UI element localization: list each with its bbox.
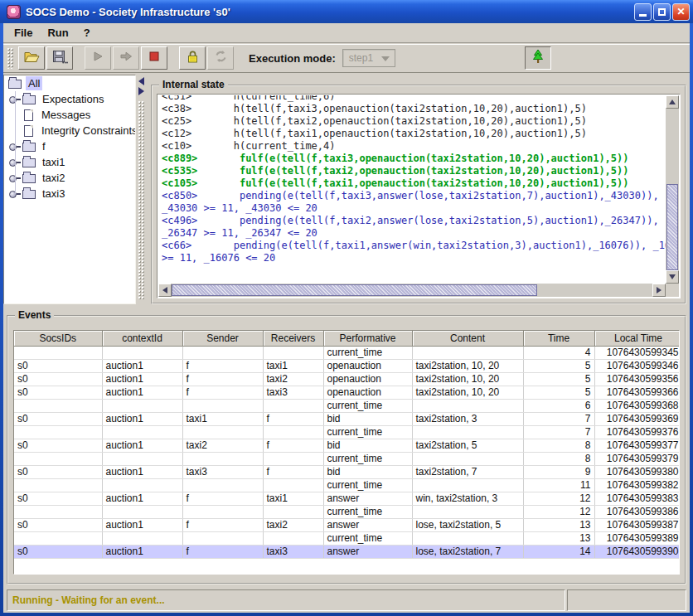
maximize-button[interactable]	[653, 3, 671, 21]
table-cell: 1076430599379	[594, 452, 680, 465]
expand-right-icon[interactable]	[138, 87, 144, 95]
vertical-scrollbar-thumb[interactable]	[666, 184, 678, 270]
horizontal-scrollbar-thumb[interactable]	[172, 284, 537, 296]
table-cell: 1076430599366	[594, 386, 680, 399]
table-cell: f	[182, 386, 263, 399]
table-row[interactable]: s0auction1ftaxi3answerlose, taxi2station…	[14, 545, 680, 558]
table-cell: 1076430599356	[594, 372, 680, 386]
menu-item-run[interactable]: Run	[40, 24, 75, 41]
table-cell	[263, 346, 323, 359]
society-tree-button[interactable]	[525, 46, 551, 70]
save-button[interactable]	[46, 46, 73, 70]
scroll-left-button[interactable]	[158, 284, 172, 297]
tree-item-taxi3[interactable]: taxi3	[4, 186, 135, 201]
table-row[interactable]: current_time111076430599382	[14, 478, 680, 492]
table-row[interactable]: s0auction1taxi1fbidtaxi2station, 3710764…	[14, 412, 680, 425]
tree-item-integrity-constraints[interactable]: Integrity Constraints	[4, 123, 135, 138]
tree-item-expectations[interactable]: Expectations	[4, 91, 135, 107]
lock-button[interactable]	[179, 46, 206, 70]
split-divider[interactable]	[136, 75, 146, 304]
table-row[interactable]: current_time41076430599345	[14, 346, 680, 359]
table-cell	[263, 478, 323, 492]
table-row[interactable]: current_time121076430599386	[14, 505, 680, 518]
table-cell: s0	[14, 412, 102, 425]
column-header-performative[interactable]: Performative	[323, 331, 412, 346]
column-header-sender[interactable]: Sender	[182, 331, 263, 346]
internal-state-line: <c66> pending(e(tell(f,taxi1,answer(win,…	[162, 240, 666, 252]
scroll-right-button[interactable]	[652, 284, 666, 297]
table-cell: 6	[523, 399, 594, 412]
table-cell: current_time	[323, 425, 412, 439]
scroll-up-button[interactable]	[666, 95, 679, 109]
table-row[interactable]: s0auction1ftaxi3openauctiontaxi2station,…	[14, 386, 680, 399]
vertical-scrollbar[interactable]	[666, 95, 679, 284]
tree-icon	[531, 49, 545, 67]
open-button[interactable]	[18, 46, 45, 70]
status-text: Running - Waiting for an event...	[12, 594, 165, 606]
horizontal-scrollbar[interactable]	[158, 284, 666, 297]
internal-state-line: _26347 >= 11, _26347 <= 20	[162, 227, 666, 240]
internal-state-title: Internal state	[159, 79, 228, 90]
stop-button[interactable]	[141, 46, 167, 70]
tree-item-all[interactable]: All	[4, 75, 135, 91]
table-row[interactable]: s0auction1taxi2fbidtaxi2station, 5810764…	[14, 439, 680, 452]
table-cell: taxi1	[263, 492, 323, 505]
internal-state-text[interactable]: <c51> h(current_time,6)<c38> h(tell(f,ta…	[158, 95, 666, 284]
column-header-contextid[interactable]: contextId	[102, 331, 182, 346]
collapse-left-icon[interactable]	[138, 77, 144, 85]
table-cell: answer	[323, 545, 412, 558]
table-cell: taxi2	[182, 439, 263, 452]
scroll-down-button[interactable]	[666, 270, 679, 284]
table-cell	[263, 452, 323, 465]
table-row[interactable]: s0auction1ftaxi2answerlose, taxi2station…	[14, 518, 680, 531]
table-cell	[102, 346, 182, 359]
tree-item-taxi2[interactable]: taxi2	[4, 170, 135, 186]
table-cell	[263, 399, 323, 412]
menu-item-file[interactable]: File	[7, 24, 40, 41]
society-tree: AllExpectationsMessagesIntegrity Constra…	[3, 75, 136, 304]
tree-item-f[interactable]: f	[4, 138, 135, 154]
save-icon	[52, 50, 68, 67]
internal-state-line: <c889> fulf(e(tell(f,taxi3,openauction(t…	[162, 153, 666, 165]
tree-item-label: taxi2	[40, 171, 67, 185]
tree-item-label: Expectations	[40, 92, 106, 106]
column-header-receivers[interactable]: Receivers	[263, 331, 323, 346]
table-row[interactable]: s0auction1ftaxi1openauctiontaxi2station,…	[14, 359, 680, 372]
minimize-button[interactable]	[634, 3, 652, 21]
tree-item-taxi1[interactable]: taxi1	[4, 154, 135, 170]
table-row[interactable]: current_time81076430599379	[14, 452, 680, 465]
table-cell: f	[182, 492, 263, 505]
status-bar: Running - Waiting for an event...	[7, 589, 565, 611]
table-cell: taxi3	[182, 465, 263, 478]
tree-item-messages[interactable]: Messages	[4, 107, 135, 123]
table-row[interactable]: s0auction1taxi3fbidtaxi2station, 7910764…	[14, 465, 680, 478]
table-cell: 5	[523, 386, 594, 399]
column-header-time[interactable]: Time	[523, 331, 594, 346]
folder-icon	[22, 95, 36, 104]
table-cell: 1076430599387	[594, 518, 680, 531]
column-header-local-time[interactable]: Local Time	[594, 331, 680, 346]
table-row[interactable]: s0auction1ftaxi2openauctiontaxi2station,…	[14, 372, 680, 386]
table-cell: 12	[523, 492, 594, 505]
menu-item-help[interactable]: ?	[76, 24, 98, 41]
table-cell: current_time	[323, 399, 412, 412]
table-cell	[412, 452, 523, 465]
table-cell: auction1	[102, 372, 182, 386]
table-cell: 11	[523, 478, 594, 492]
table-row[interactable]: current_time131076430599389	[14, 531, 680, 545]
close-button[interactable]: ✕	[672, 3, 690, 21]
column-header-socsids[interactable]: SocsIDs	[14, 331, 102, 346]
table-cell: 1076430599382	[594, 478, 680, 492]
table-row[interactable]: current_time71076430599376	[14, 425, 680, 439]
table-cell: taxi2station, 7	[412, 465, 523, 478]
table-cell	[412, 531, 523, 545]
column-header-content[interactable]: Content	[412, 331, 523, 346]
toolbar-grip[interactable]	[7, 47, 13, 69]
table-cell: bid	[323, 412, 412, 425]
table-cell: taxi1	[182, 412, 263, 425]
table-cell: f	[182, 359, 263, 372]
table-cell	[182, 425, 263, 439]
table-cell: taxi2	[263, 518, 323, 531]
table-row[interactable]: current_time61076430599368	[14, 399, 680, 412]
table-row[interactable]: s0auction1ftaxi1answerwin, taxi2station,…	[14, 492, 680, 505]
